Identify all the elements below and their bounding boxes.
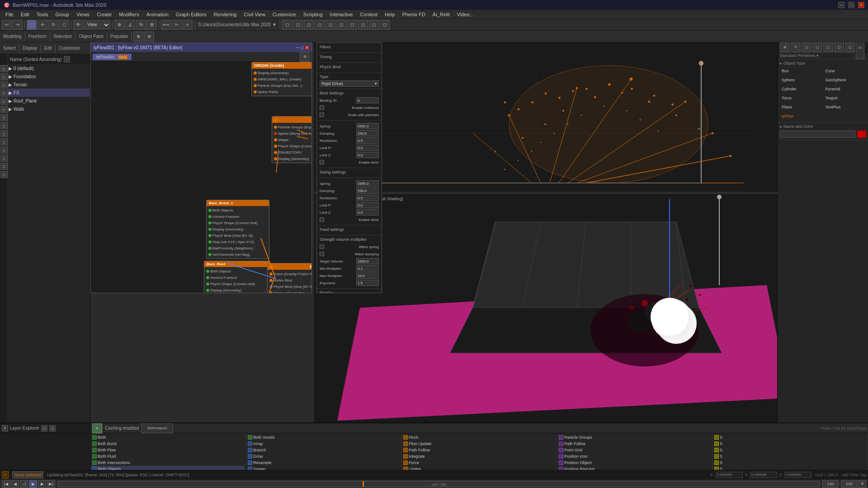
left-icon-3[interactable]: ◻ <box>0 81 8 89</box>
tb-quick2[interactable]: ◻ <box>293 20 303 30</box>
left-icon-4[interactable]: ◻ <box>0 89 8 97</box>
node-wrecking-event[interactable]: WreckingBall Particle Groups (Exp-Se... … <box>272 116 311 163</box>
right-tb-5[interactable]: ◻ <box>823 42 833 52</box>
tb-quick6[interactable]: ◻ <box>336 20 346 30</box>
obj-type-geosphere[interactable]: GeoSphere <box>824 76 867 84</box>
tl-current-frame[interactable]: 140 <box>822 480 838 488</box>
min-mult-value[interactable]: 0.1 <box>356 265 379 272</box>
damping-value[interactable]: 250.0 <box>356 130 379 136</box>
palette-birth[interactable]: Birth <box>91 434 245 441</box>
menu-interactive[interactable]: Interactive <box>326 11 357 18</box>
menu-views[interactable]: Views <box>73 11 93 18</box>
tb-spinner-snap[interactable]: ⊞ <box>147 20 157 30</box>
enable-drive2-check[interactable] <box>320 217 324 222</box>
palette-flow-update[interactable]: Flow Update <box>402 441 556 447</box>
left-icon-10[interactable]: ◻ <box>0 138 8 145</box>
limit-z-value[interactable]: 0.0 <box>356 152 379 158</box>
menu-tools[interactable]: Tools <box>33 11 52 18</box>
right-tb-7[interactable]: ◻ <box>845 42 855 52</box>
coord-z[interactable]: 0.000000 <box>784 472 811 478</box>
node-editor-settings[interactable]: ⚙ <box>300 52 310 62</box>
obj-type-tyflow[interactable]: tyFlow <box>780 112 823 120</box>
palette-position-object[interactable]: Position Object <box>558 460 711 466</box>
viewport-top[interactable]: + [Front] [User Defined] [Wireframe] <box>314 42 778 192</box>
obj-type-cone[interactable]: Cone <box>824 67 867 75</box>
palette-branch[interactable]: Branch <box>247 447 400 453</box>
right-tb-6[interactable]: ◻ <box>834 42 844 52</box>
right-tb-3[interactable]: ◻ <box>802 42 811 52</box>
menu-scripting[interactable]: Scripting <box>300 11 326 18</box>
menu-rendering[interactable]: Rendering <box>210 11 241 18</box>
tl-play-back[interactable]: ◁ <box>20 480 28 488</box>
node-editor-close[interactable]: ✕ <box>305 45 309 50</box>
object-name-input[interactable] <box>780 131 855 138</box>
left-icon-11[interactable]: ◻ <box>0 146 8 154</box>
tb-rotate[interactable]: ↻ <box>48 20 58 30</box>
tb-angle-snap[interactable]: ∠ <box>125 20 135 30</box>
palette-point-grid[interactable]: Point Grid <box>558 447 711 453</box>
maximize-button[interactable]: □ <box>848 2 854 8</box>
tl-total-frames[interactable]: 250 <box>841 480 857 488</box>
palette-particle-groups[interactable]: Particle Groups <box>558 434 711 441</box>
palette-birth-fluid[interactable]: Birth Fluid <box>91 453 245 460</box>
right-tb-4[interactable]: ◻ <box>812 42 822 52</box>
color-swatch[interactable] <box>857 131 866 138</box>
tb-move[interactable]: ✛ <box>38 20 47 30</box>
node-event006[interactable]: Event_006 Force (Gravity+Turb1+Turbu... … <box>267 263 311 293</box>
palette-integrate[interactable]: Integrate <box>402 453 556 460</box>
birth-objects-btn[interactable]: BirthObjects <box>142 423 173 433</box>
layer-item-roof-plank[interactable]: ▶ Roof_Plank <box>0 97 90 105</box>
node-editor-tab[interactable]: tyFlow001 New <box>93 54 132 60</box>
node-origin[interactable]: ORIGIN (inside) Display (Geometry) WRECK… <box>251 62 311 96</box>
tb-extra2[interactable]: ⊕ <box>144 32 154 42</box>
obj-type-box[interactable]: Box <box>780 67 823 75</box>
tb-snap[interactable]: ⊕ <box>114 20 124 30</box>
exponent-value[interactable]: 1.5 <box>356 280 379 286</box>
menu-file[interactable]: File <box>2 11 17 18</box>
restitution-value[interactable]: 0.5 <box>356 137 379 144</box>
timeline-thumb[interactable] <box>363 481 364 487</box>
tb-layer[interactable]: ≡ <box>183 20 193 30</box>
restitution2-value[interactable]: 0.5 <box>356 195 379 201</box>
layer-explorer-btn1[interactable]: ◻ <box>41 425 47 432</box>
tl-play[interactable]: ▶ <box>29 480 37 488</box>
menu-phenix[interactable]: Phenix FD <box>399 11 429 18</box>
tb-quick4[interactable]: ◻ <box>315 20 325 30</box>
menu-create[interactable]: Create <box>93 11 115 18</box>
tb-scale[interactable]: ⬡ <box>59 20 69 30</box>
limit-z2-value[interactable]: 0.0 <box>356 209 379 216</box>
menu-civil-view[interactable]: Civil View <box>240 11 269 18</box>
left-icon-1[interactable]: ◻ <box>0 65 8 72</box>
layer-explorer-tab[interactable]: ≡ <box>2 425 8 432</box>
tb-select[interactable]: ⬚ <box>27 20 37 30</box>
caching-enabled-indicator[interactable]: ● <box>92 423 102 433</box>
tb-quick7[interactable]: ◻ <box>347 20 357 30</box>
coord-x[interactable]: 0.000000 <box>716 472 743 478</box>
layer-item-walls[interactable]: ▶ Walls <box>0 105 90 113</box>
limit-p2-value[interactable]: 0.0 <box>356 202 379 208</box>
spring2-value[interactable]: 2995.0 <box>356 180 379 187</box>
right-tb-1[interactable]: ⊕ <box>780 42 790 52</box>
obj-type-cylinder[interactable]: Cylinder <box>780 85 823 93</box>
node-barn-root[interactable]: Barn_Root Birth Objects Voronoi Fracture… <box>204 261 269 293</box>
obj-type-pyramid[interactable]: Pyramid <box>824 85 867 93</box>
spring-value[interactable]: 2500.0 <box>356 123 379 129</box>
tl-prev-key[interactable]: |◀ <box>2 480 10 488</box>
minimize-button[interactable]: ─ <box>838 2 844 8</box>
palette-birth-intersections[interactable]: Birth Intersections <box>91 460 245 466</box>
menu-customize[interactable]: Customize <box>269 11 300 18</box>
palette-s5[interactable]: S <box>713 460 867 466</box>
left-icon-13[interactable]: ◻ <box>0 163 8 170</box>
tb-quick10[interactable]: ◻ <box>380 20 390 30</box>
obj-type-plane[interactable]: Plane <box>780 103 823 111</box>
menu-edit[interactable]: Edit <box>17 11 33 18</box>
affect-damping-check[interactable] <box>320 252 324 256</box>
tb-extra1[interactable]: ⊕ <box>133 32 143 42</box>
tb-quick8[interactable]: ◻ <box>358 20 368 30</box>
obj-type-teapot[interactable]: Teapot <box>824 94 867 102</box>
left-expand[interactable]: ⋮ <box>64 56 70 62</box>
layer-item-fx[interactable]: ▶ FX <box>0 89 90 97</box>
max-mult-value[interactable]: 10.0 <box>356 272 379 279</box>
left-icon-9[interactable]: ◻ <box>0 130 8 137</box>
palette-force[interactable]: Force <box>402 460 556 466</box>
